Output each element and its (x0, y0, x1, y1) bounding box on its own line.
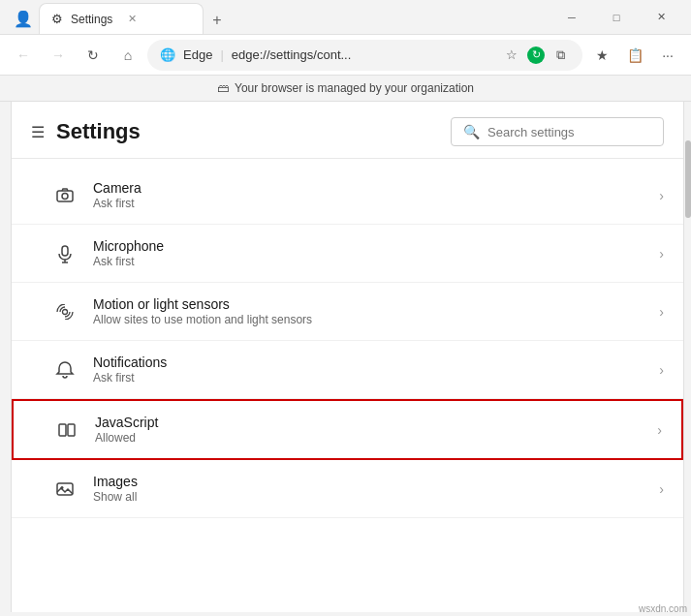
edge-brand-label: Edge (183, 47, 212, 62)
javascript-icon (52, 420, 81, 440)
close-button[interactable]: ✕ (639, 2, 683, 33)
notifications-icon (50, 360, 79, 380)
active-tab[interactable]: ⚙ Settings ✕ (39, 3, 204, 34)
favorites-star-icon[interactable]: ☆ (502, 46, 521, 65)
settings-list: Camera Ask first › Microphone Ask first … (12, 159, 683, 526)
search-settings-box[interactable]: 🔍 (451, 117, 664, 146)
nav-right-buttons: ★ 📋 ··· (586, 40, 683, 71)
sidebar-strip (0, 102, 12, 612)
org-banner-icon: 🗃 (217, 81, 229, 95)
favorites-button[interactable]: ★ (586, 40, 617, 71)
settings-item-camera[interactable]: Camera Ask first › (12, 167, 683, 225)
address-icons: ☆ ↻ ⧉ (502, 46, 570, 65)
images-title: Images (93, 474, 659, 489)
main-layout: ☰ Settings 🔍 Camera Ask first › (0, 102, 691, 612)
notifications-text: Notifications Ask first (79, 354, 659, 385)
images-text: Images Show all (79, 474, 659, 504)
address-bar[interactable]: 🌐 Edge | edge://settings/cont... ☆ ↻ ⧉ (147, 40, 582, 71)
split-screen-icon[interactable]: ⧉ (550, 46, 570, 65)
content-area: ☰ Settings 🔍 Camera Ask first › (12, 102, 683, 612)
settings-header: ☰ Settings 🔍 (12, 102, 683, 159)
scrollbar-rail[interactable] (683, 102, 691, 612)
window-controls: ─ □ ✕ (550, 2, 683, 33)
svg-point-5 (63, 309, 68, 314)
svg-point-1 (62, 193, 68, 199)
javascript-text: JavaScript Allowed (81, 415, 657, 445)
back-button[interactable]: ← (8, 40, 39, 71)
title-bar: 👤 ⚙ Settings ✕ + ─ □ ✕ (0, 0, 691, 35)
window-controls-left: 👤 (8, 3, 39, 34)
home-button[interactable]: ⌂ (112, 40, 143, 71)
collections-button[interactable]: 📋 (619, 40, 650, 71)
address-separator: | (220, 47, 223, 62)
motion-sensors-text: Motion or light sensors Allow sites to u… (79, 296, 659, 326)
motion-sensors-chevron: › (659, 304, 664, 320)
profile-icon[interactable]: 👤 (8, 3, 39, 34)
microphone-icon (50, 244, 79, 263)
collections-icon[interactable]: ↻ (527, 46, 545, 64)
notifications-title: Notifications (93, 354, 659, 370)
camera-text: Camera Ask first (79, 180, 659, 210)
motion-sensors-title: Motion or light sensors (93, 296, 659, 312)
motion-sensors-subtitle: Allow sites to use motion and light sens… (93, 313, 659, 326)
camera-icon (50, 186, 79, 205)
tab-bar: 👤 ⚙ Settings ✕ + (8, 0, 550, 34)
microphone-text: Microphone Ask first (79, 238, 659, 268)
edge-logo: 🌐 (160, 47, 175, 63)
search-settings-input[interactable] (487, 125, 651, 139)
settings-page-title: Settings (56, 119, 141, 144)
camera-chevron: › (659, 188, 664, 203)
javascript-subtitle: Allowed (95, 431, 657, 445)
tab-settings-icon: ⚙ (51, 12, 63, 26)
new-tab-button[interactable]: + (204, 7, 231, 34)
camera-subtitle: Ask first (93, 197, 659, 210)
settings-item-motion-sensors[interactable]: Motion or light sensors Allow sites to u… (12, 283, 683, 341)
nav-bar: ← → ↻ ⌂ 🌐 Edge | edge://settings/cont...… (0, 35, 691, 76)
images-icon (50, 479, 79, 499)
scrollbar-thumb[interactable] (685, 140, 691, 218)
images-chevron: › (659, 481, 664, 497)
notifications-subtitle: Ask first (93, 371, 659, 385)
svg-rect-2 (62, 246, 68, 256)
javascript-chevron: › (657, 422, 662, 438)
svg-rect-6 (59, 424, 66, 436)
watermark: wsxdn.com (639, 603, 687, 614)
settings-item-notifications[interactable]: Notifications Ask first › (12, 341, 683, 399)
svg-rect-0 (57, 191, 73, 201)
forward-button[interactable]: → (43, 40, 74, 71)
tab-close-icon[interactable]: ✕ (128, 13, 137, 25)
images-subtitle: Show all (93, 490, 659, 504)
settings-item-microphone[interactable]: Microphone Ask first › (12, 225, 683, 283)
svg-rect-7 (68, 424, 75, 436)
microphone-title: Microphone (93, 238, 659, 254)
address-text: edge://settings/cont... (232, 47, 494, 62)
minimize-button[interactable]: ─ (550, 2, 594, 33)
search-icon: 🔍 (463, 124, 480, 139)
org-banner-text: Your browser is managed by your organiza… (235, 81, 474, 95)
tab-settings-label: Settings (71, 13, 112, 26)
more-button[interactable]: ··· (652, 40, 683, 71)
settings-title-group: ☰ Settings (31, 119, 141, 144)
motion-sensors-icon (50, 304, 79, 320)
microphone-subtitle: Ask first (93, 255, 659, 268)
notifications-chevron: › (659, 362, 664, 378)
microphone-chevron: › (659, 246, 664, 262)
refresh-button[interactable]: ↻ (78, 40, 109, 71)
maximize-button[interactable]: □ (594, 2, 639, 33)
settings-item-javascript[interactable]: JavaScript Allowed › (12, 399, 683, 460)
settings-item-images[interactable]: Images Show all › (12, 460, 683, 518)
camera-title: Camera (93, 180, 659, 196)
org-banner: 🗃 Your browser is managed by your organi… (0, 76, 691, 102)
hamburger-icon[interactable]: ☰ (31, 123, 45, 141)
javascript-title: JavaScript (95, 415, 657, 430)
